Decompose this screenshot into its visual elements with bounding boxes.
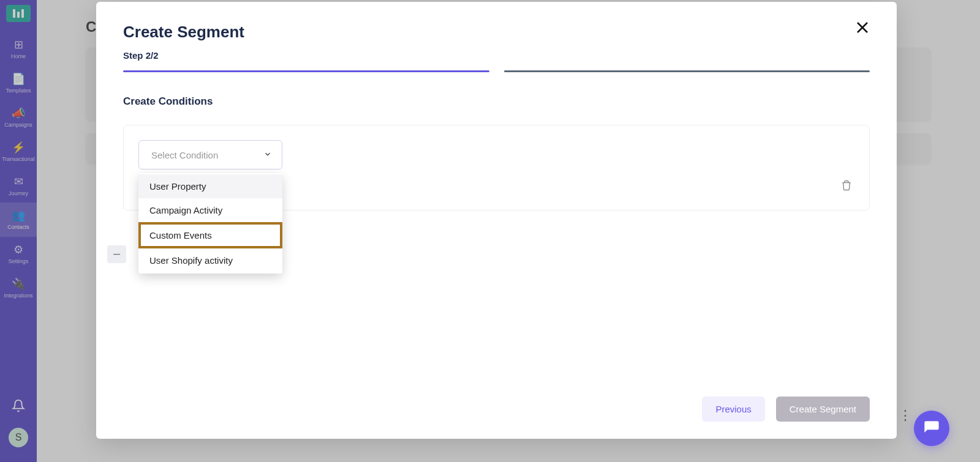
step-indicator: Step 2/2 <box>123 50 870 61</box>
progress-step-1 <box>123 70 489 72</box>
progress-bar <box>123 70 870 72</box>
chevron-down-icon <box>263 150 272 160</box>
select-placeholder: Select Condition <box>151 150 218 160</box>
delete-icon[interactable] <box>841 179 852 192</box>
close-icon[interactable] <box>855 20 870 38</box>
condition-dropdown: User Property Campaign Activity Custom E… <box>138 173 282 274</box>
modal-title: Create Segment <box>123 23 244 42</box>
create-segment-modal: Create Segment Step 2/2 Create Condition… <box>96 2 897 439</box>
previous-button[interactable]: Previous <box>702 397 764 422</box>
create-segment-button[interactable]: Create Segment <box>776 397 870 422</box>
add-condition-chip[interactable]: – <box>107 245 126 263</box>
section-title: Create Conditions <box>123 95 870 108</box>
conditions-panel: Select Condition User Property Campaign … <box>123 125 870 211</box>
dropdown-option-custom-events[interactable]: Custom Events <box>138 222 282 248</box>
dropdown-option-user-shopify-activity[interactable]: User Shopify activity <box>138 248 282 272</box>
progress-step-2 <box>504 70 870 72</box>
dropdown-option-user-property[interactable]: User Property <box>138 174 282 198</box>
chat-widget[interactable] <box>914 411 949 446</box>
dropdown-option-campaign-activity[interactable]: Campaign Activity <box>138 198 282 222</box>
condition-select[interactable]: Select Condition <box>138 140 282 170</box>
